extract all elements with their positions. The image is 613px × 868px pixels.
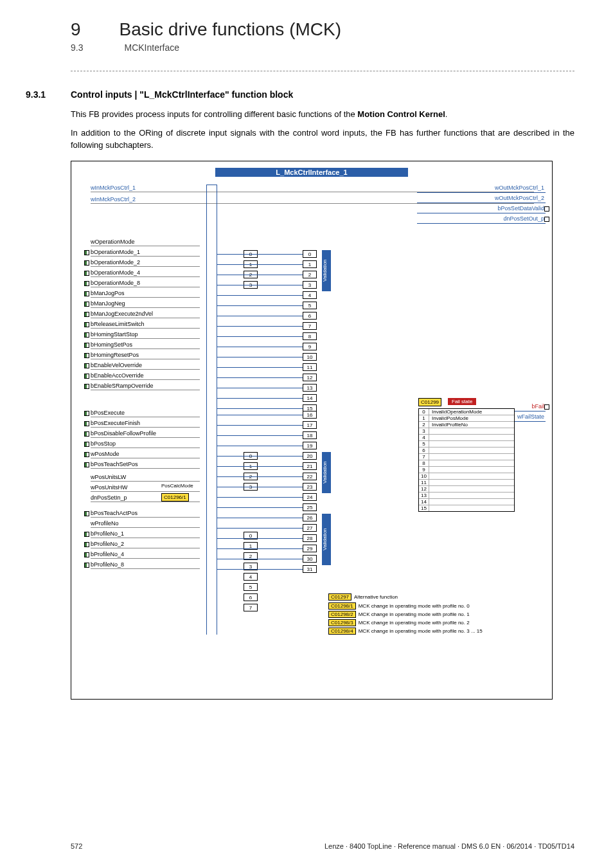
mux-bit: 9 bbox=[303, 343, 317, 350]
encoder-bit: 7 bbox=[244, 604, 258, 611]
input-label: wOperationMode bbox=[91, 239, 200, 246]
input-label: wProfileNo bbox=[91, 520, 200, 528]
input-label: bProfileNo_4 bbox=[91, 551, 200, 559]
input-label: bProfileNo_1 bbox=[91, 530, 200, 538]
output-label: bPosSetDataValid bbox=[498, 205, 544, 212]
subsection-number: 9.3 bbox=[71, 42, 83, 53]
section-title: Control inputs | "L_MckCtrlInterface" fu… bbox=[71, 89, 293, 100]
input-port bbox=[84, 322, 89, 327]
mux-bit: 10 bbox=[303, 353, 317, 361]
input-label: bEnableVelOverride bbox=[91, 362, 200, 370]
function-block-diagram: L_MckCtrlInterface_1 wInMckPosCtrl_1wInM… bbox=[71, 161, 553, 700]
input-label: bHomingStartStop bbox=[91, 331, 200, 339]
chapter-number: 9 bbox=[71, 19, 81, 40]
input-label: wPosMode bbox=[91, 451, 200, 458]
paragraph-2: In addition to the ORing of discrete inp… bbox=[71, 127, 574, 152]
code-c01296: C01296/1 bbox=[161, 493, 189, 502]
mux-bit: 1 bbox=[303, 260, 317, 268]
input-port bbox=[84, 442, 89, 447]
input-label: bEnableSRampOverride bbox=[91, 383, 200, 390]
input-port bbox=[84, 271, 89, 276]
output-port bbox=[544, 404, 549, 410]
mux-bit: 29 bbox=[303, 545, 317, 552]
output-port bbox=[544, 206, 549, 212]
output-port bbox=[544, 217, 549, 222]
separator bbox=[71, 71, 574, 71]
alt-func-row: C01298/3MCK change in operating mode wit… bbox=[328, 619, 470, 626]
input-label: bHomingSetPos bbox=[91, 341, 200, 349]
fail-state-table: 0InvalidOperationMode1InvalidPosMode2Inv… bbox=[418, 408, 515, 512]
input-label: bOperationMode_8 bbox=[91, 280, 200, 287]
footer-text: Lenze · 8400 TopLine · Reference manual … bbox=[324, 842, 574, 850]
input-label: bPosExecute bbox=[91, 410, 200, 417]
input-port bbox=[84, 511, 89, 516]
input-port bbox=[84, 363, 89, 368]
mux-bit: 17 bbox=[303, 421, 317, 429]
mux-bit: 8 bbox=[303, 332, 317, 340]
mux-bit: 24 bbox=[303, 493, 317, 501]
mux-bit: 27 bbox=[303, 524, 317, 532]
input-port bbox=[84, 384, 89, 389]
code-c01299: C01299 bbox=[418, 398, 441, 406]
encoder-bit: 5 bbox=[244, 583, 258, 591]
output-label: dnPosSetOut_p bbox=[503, 215, 544, 222]
input-port bbox=[84, 353, 89, 358]
input-port bbox=[84, 343, 89, 348]
input-label: bManJogPos bbox=[91, 290, 200, 298]
input-label: bReleaseLimitSwitch bbox=[91, 321, 200, 329]
output-failstate: wFailState bbox=[517, 413, 544, 420]
input-label: bPosDisableFollowProfile bbox=[91, 430, 200, 438]
mux-bit: 28 bbox=[303, 534, 317, 542]
mux-bit: 22 bbox=[303, 473, 317, 480]
input-label: wPosUnitsLW bbox=[91, 474, 200, 482]
alt-func-header: C01297Alternative function bbox=[328, 593, 398, 601]
mux-bit: 30 bbox=[303, 555, 317, 563]
validation-label: Validation bbox=[322, 514, 331, 565]
mux-bit: 25 bbox=[303, 503, 317, 511]
validation-label: Validation bbox=[322, 250, 331, 291]
alt-func-row: C01298/1MCK change in operating mode wit… bbox=[328, 602, 470, 610]
input-label: bOperationMode_1 bbox=[91, 249, 200, 257]
output-fail: bFail bbox=[531, 403, 544, 410]
input-label: bEnableAccOverride bbox=[91, 372, 200, 380]
input-port bbox=[84, 302, 89, 307]
section-number: 9.3.1 bbox=[26, 89, 48, 100]
page-number: 572 bbox=[71, 842, 82, 850]
input-label: bPosExecuteFinish bbox=[91, 420, 200, 428]
mux-bit: 5 bbox=[303, 302, 317, 309]
input-label: bPosTeachActPos bbox=[91, 510, 200, 518]
input-port bbox=[84, 250, 89, 255]
alt-func-row: C01298/4MCK change in operating mode wit… bbox=[328, 628, 483, 635]
input-port bbox=[84, 563, 89, 568]
input-port bbox=[84, 260, 89, 266]
input-port bbox=[84, 542, 89, 547]
mux-bit: 19 bbox=[303, 442, 317, 449]
input-label: bProfileNo_2 bbox=[91, 541, 200, 548]
input-label: bHomingResetPos bbox=[91, 352, 200, 359]
diagram-title: L_MckCtrlInterface_1 bbox=[215, 168, 408, 177]
encoder-bit: 6 bbox=[244, 593, 258, 601]
mux-bit: 3 bbox=[303, 281, 317, 289]
mux-bit: 16 bbox=[303, 411, 317, 419]
alt-func-row: C01298/2MCK change in operating mode wit… bbox=[328, 611, 470, 618]
mux-bit: 26 bbox=[303, 514, 317, 521]
chapter-title: Basic drive functions (MCK) bbox=[120, 19, 341, 40]
validation-label: Validation bbox=[322, 452, 331, 493]
mux-bit: 14 bbox=[303, 394, 317, 402]
input-port bbox=[84, 411, 89, 416]
input-port bbox=[84, 431, 89, 437]
input-label: bOperationMode_4 bbox=[91, 269, 200, 277]
mux-bit: 6 bbox=[303, 312, 317, 320]
mux-bit: 7 bbox=[303, 322, 317, 330]
input-port bbox=[84, 291, 89, 296]
mux-bit: 0 bbox=[303, 250, 317, 258]
mux-bit: 13 bbox=[303, 384, 317, 392]
input-label: bPosTeachSetPos bbox=[91, 461, 200, 469]
input-label: wInMckPosCtrl_1 bbox=[91, 185, 534, 192]
mux-bit: 4 bbox=[303, 291, 317, 299]
subsection-title: MCKInterface bbox=[124, 42, 179, 53]
input-port bbox=[84, 552, 89, 557]
encoder-bit: 4 bbox=[244, 573, 258, 581]
input-port bbox=[84, 462, 89, 467]
mux-bit: 12 bbox=[303, 374, 317, 381]
